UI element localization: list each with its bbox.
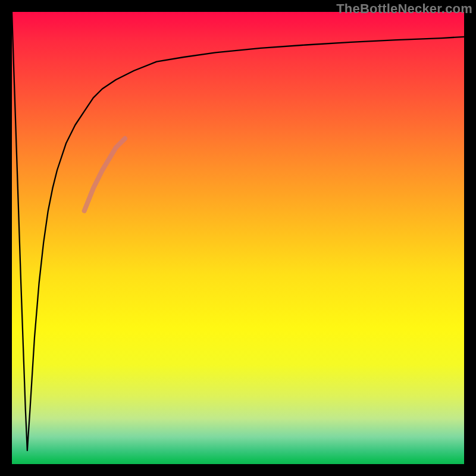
chart-frame: TheBottleNecker.com xyxy=(0,0,476,476)
chart-svg xyxy=(12,12,464,464)
bottleneck-curve xyxy=(12,12,464,450)
highlight-segment xyxy=(84,139,125,211)
plot-area xyxy=(12,12,464,464)
watermark-label: TheBottleNecker.com xyxy=(336,1,472,17)
